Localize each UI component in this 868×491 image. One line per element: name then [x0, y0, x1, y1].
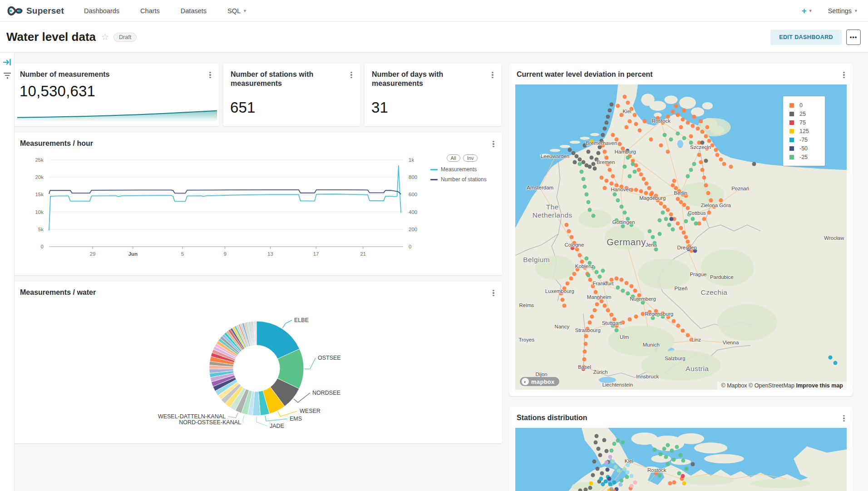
- improve-map-link[interactable]: Improve this map: [796, 382, 843, 389]
- map-legend-item[interactable]: 25: [789, 109, 825, 118]
- superset-logo[interactable]: Superset: [7, 6, 64, 16]
- legend-item-number-of-stations[interactable]: Number of stations: [430, 176, 494, 183]
- station-dot: [676, 221, 680, 225]
- station-dot: [707, 211, 711, 215]
- station-dot: [669, 217, 673, 221]
- station-dot: [692, 114, 696, 119]
- station-dot: [614, 328, 618, 332]
- filter-icon[interactable]: [3, 72, 12, 79]
- station-dot: [654, 471, 658, 475]
- chart-menu-kebab-icon[interactable]: [348, 71, 355, 79]
- svg-text:0: 0: [409, 244, 411, 249]
- station-dot: [689, 140, 693, 144]
- station-dot: [573, 160, 577, 164]
- station-dot: [598, 453, 602, 457]
- map-legend-item[interactable]: 75: [789, 118, 825, 127]
- svg-text:5k: 5k: [38, 227, 44, 232]
- map-legend-item[interactable]: -75: [789, 135, 825, 144]
- station-dot: [697, 153, 701, 157]
- station-dot: [619, 185, 623, 189]
- station-dot: [601, 133, 605, 137]
- legend-value: 125: [799, 128, 809, 134]
- station-dot: [676, 113, 680, 117]
- station-dot: [709, 198, 713, 203]
- station-dot: [625, 149, 629, 153]
- station-dot: [588, 486, 592, 490]
- deviation-map[interactable]: LeeuwardenAmsterdamThe NetherlandsBelgiu…: [515, 84, 847, 390]
- station-dot: [671, 228, 675, 232]
- station-dot: [612, 317, 616, 322]
- nav-item-sql[interactable]: SQL ▼: [227, 7, 247, 15]
- donut-label-jade: JADE: [270, 423, 284, 429]
- station-dot: [642, 177, 646, 181]
- legend-all-button[interactable]: All: [447, 154, 460, 162]
- station-dot: [633, 288, 637, 293]
- measurements-water-donut[interactable]: ELBEOSTSEENORDSEEWESEREMSJADENORD-OSTSEE…: [13, 282, 502, 443]
- chart-menu-kebab-icon[interactable]: [490, 140, 497, 148]
- new-item-button[interactable]: + ▼: [802, 6, 813, 16]
- map-legend-item[interactable]: -50: [789, 144, 825, 153]
- stations-map[interactable]: KielRostock: [515, 428, 847, 491]
- chart-menu-kebab-icon[interactable]: [207, 71, 213, 79]
- station-dot: [609, 102, 613, 106]
- chart-menu-kebab-icon[interactable]: [489, 71, 496, 79]
- station-dot: [682, 109, 686, 113]
- kpi-card-days: Number of days with measurements 31: [365, 64, 501, 126]
- station-dot: [667, 223, 671, 227]
- donut-label-ostsee: OSTSEE: [318, 355, 341, 361]
- map-legend-item[interactable]: 125: [789, 127, 825, 135]
- station-dot: [704, 183, 708, 187]
- nav-item-charts[interactable]: Charts: [140, 7, 160, 15]
- station-dot: [590, 314, 594, 318]
- station-dot: [681, 118, 685, 122]
- station-dot: [634, 188, 638, 192]
- station-dot: [671, 319, 676, 323]
- station-dot: [604, 121, 608, 125]
- station-dot: [626, 217, 630, 221]
- favorite-star-icon[interactable]: ☆: [101, 32, 109, 42]
- station-dot: [690, 124, 695, 128]
- station-dot: [611, 323, 615, 327]
- map-legend-item[interactable]: -25: [789, 153, 825, 161]
- station-dot: [604, 156, 608, 160]
- station-dot: [624, 186, 628, 190]
- station-dot: [582, 367, 586, 371]
- station-dot: [652, 447, 656, 451]
- legend-inv-button[interactable]: Inv: [463, 154, 478, 162]
- stations-map-card: Stations distribution KielRostock: [509, 407, 853, 491]
- dashboard-more-button[interactable]: •••: [846, 30, 861, 45]
- station-dot: [583, 488, 587, 491]
- station-dot: [619, 113, 623, 117]
- svg-text:Jun: Jun: [128, 251, 138, 257]
- nav-item-dashboards[interactable]: Dashboards: [84, 7, 119, 15]
- chart-menu-kebab-icon[interactable]: [841, 71, 847, 79]
- station-dot: [659, 144, 663, 148]
- chart-menu-kebab-icon[interactable]: [841, 414, 847, 422]
- nav-item-datasets[interactable]: Datasets: [181, 7, 207, 15]
- kpi-trendline: [17, 109, 217, 122]
- station-dot: [666, 208, 670, 212]
- station-dot: [607, 476, 611, 481]
- legend-swatch: [789, 146, 794, 151]
- mapbox-logo[interactable]: ◐mapbox: [520, 377, 559, 386]
- station-dot: [625, 475, 629, 479]
- settings-menu[interactable]: Settings ▼: [828, 7, 858, 15]
- station-dot: [705, 125, 710, 129]
- station-dot: [641, 301, 645, 305]
- station-dot: [752, 162, 756, 166]
- station-dot: [672, 481, 676, 485]
- station-dot: [610, 448, 614, 452]
- expand-filter-bar-icon[interactable]: [3, 58, 12, 66]
- edit-dashboard-button[interactable]: EDIT DASHBOARD: [770, 30, 842, 45]
- station-dot: [631, 295, 635, 299]
- measurements-hour-chart[interactable]: 005k20010k40015k60020k80025k1k29Jun59131…: [13, 151, 502, 264]
- kpi-card-measurements: Number of measurements 10,530,631: [13, 64, 219, 126]
- station-dot: [620, 478, 624, 482]
- station-dot: [669, 137, 673, 141]
- station-dot: [569, 277, 573, 281]
- station-dot: [700, 130, 705, 134]
- legend-item-measurements[interactable]: Measurements: [430, 166, 494, 173]
- station-dot: [599, 476, 603, 481]
- station-dot: [629, 188, 633, 192]
- map-legend-item[interactable]: 0: [789, 101, 825, 109]
